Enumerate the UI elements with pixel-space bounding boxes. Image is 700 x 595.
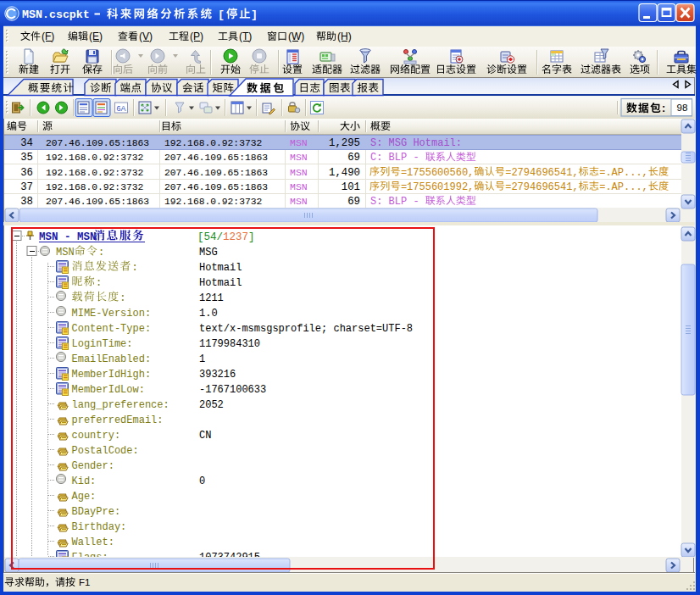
svg-text:1237: 1237 xyxy=(223,231,248,243)
svg-text:37: 37 xyxy=(20,181,33,193)
svg-text:1.0: 1.0 xyxy=(199,308,218,320)
svg-text:]: ] xyxy=(251,8,258,21)
svg-text:1179984310: 1179984310 xyxy=(199,338,260,350)
svg-text:69: 69 xyxy=(347,152,360,164)
svg-text:]: ] xyxy=(248,231,255,243)
svg-text:MSN: MSN xyxy=(290,181,308,192)
svg-text:192.168.0.92:3732: 192.168.0.92:3732 xyxy=(164,138,262,148)
svg-text:EmailEnabled:: EmailEnabled: xyxy=(72,353,152,365)
svg-text:text/x-msmsgsprofile; charset=: text/x-msmsgsprofile; charset=UTF-8 xyxy=(199,323,413,335)
svg-text:(W): (W) xyxy=(288,31,304,42)
svg-text:MemberIdLow:: MemberIdLow: xyxy=(72,384,145,396)
svg-text:1,295: 1,295 xyxy=(329,137,360,149)
svg-text:=2794696541,: =2794696541, xyxy=(505,167,578,179)
svg-text::: : xyxy=(132,262,138,274)
svg-text:69: 69 xyxy=(347,196,360,208)
svg-text:Content-Type:: Content-Type: xyxy=(72,323,152,335)
svg-text:207.46.109.65:1863: 207.46.109.65:1863 xyxy=(46,197,149,207)
svg-text:Hotmail: Hotmail xyxy=(199,277,242,289)
svg-text:6A: 6A xyxy=(117,104,126,113)
svg-text:MSN: MSN xyxy=(290,152,308,163)
svg-text:country:: country: xyxy=(72,430,121,442)
svg-text:Wallet:: Wallet: xyxy=(72,537,114,548)
svg-text:1,490: 1,490 xyxy=(329,167,360,179)
svg-text:preferredEmail:: preferredEmail: xyxy=(72,414,164,426)
svg-text:1: 1 xyxy=(199,353,205,365)
svg-text:MSN: MSN xyxy=(56,247,75,259)
svg-text:101: 101 xyxy=(342,181,360,193)
svg-text:BDayPre:: BDayPre: xyxy=(72,506,121,518)
svg-text:1211: 1211 xyxy=(199,292,224,304)
svg-text::: : xyxy=(119,292,125,304)
svg-text:207.46.109.65:1863: 207.46.109.65:1863 xyxy=(164,182,268,192)
svg-text:207.46.109.65:1863: 207.46.109.65:1863 xyxy=(164,168,268,178)
svg-text:=2794696541,: =2794696541, xyxy=(505,181,578,193)
svg-text:MIME-Version:: MIME-Version: xyxy=(72,308,152,320)
svg-text:35: 35 xyxy=(20,152,33,164)
svg-text:2052: 2052 xyxy=(199,399,224,411)
svg-text:F1: F1 xyxy=(79,577,90,587)
svg-text:38: 38 xyxy=(20,196,33,208)
svg-text:=.AP...,: =.AP..., xyxy=(599,181,648,193)
svg-text:MSN: MSN xyxy=(290,167,308,178)
svg-text:PostalCode:: PostalCode: xyxy=(72,445,139,457)
svg-text::: : xyxy=(662,103,665,114)
svg-text:192.168.0.92:3732: 192.168.0.92:3732 xyxy=(46,182,143,192)
svg-text:CN: CN xyxy=(199,430,211,442)
svg-text:Kid:: Kid: xyxy=(72,475,97,487)
svg-text:207.46.109.65:1863: 207.46.109.65:1863 xyxy=(46,138,149,148)
svg-text:393216: 393216 xyxy=(199,369,236,381)
svg-text:Birthday:: Birthday: xyxy=(72,521,127,533)
svg-text:[54/: [54/ xyxy=(197,231,223,243)
svg-text:192.168.0.92:3732: 192.168.0.92:3732 xyxy=(46,153,143,163)
svg-text:0: 0 xyxy=(199,475,205,487)
svg-text:LoginTime:: LoginTime: xyxy=(72,338,133,350)
svg-text:36: 36 xyxy=(20,167,33,179)
svg-text:=1755600560,: =1755600560, xyxy=(401,167,474,179)
svg-text:(P): (P) xyxy=(190,31,203,42)
svg-text:-1767100633: -1767100633 xyxy=(199,384,266,396)
svg-text:lang_preference:: lang_preference: xyxy=(72,399,169,411)
svg-text:34: 34 xyxy=(20,137,33,149)
svg-text:=1755601992,: =1755601992, xyxy=(401,181,474,193)
svg-text:=.AP...,: =.AP..., xyxy=(599,167,648,179)
svg-text:[: [ xyxy=(218,8,225,21)
svg-text:MSN.cscpkt: MSN.cscpkt xyxy=(22,8,90,21)
svg-text:S: BLP -: S: BLP - xyxy=(370,196,425,208)
svg-text:C: BLP -: C: BLP - xyxy=(370,152,425,164)
svg-text:Hotmail: Hotmail xyxy=(199,262,242,274)
svg-text:Gender:: Gender: xyxy=(72,460,114,472)
svg-text:MemberIdHigh:: MemberIdHigh: xyxy=(72,369,152,381)
svg-text:207.46.109.65:1863: 207.46.109.65:1863 xyxy=(164,153,268,163)
svg-text:(F): (F) xyxy=(42,31,54,42)
svg-text:Age:: Age: xyxy=(72,491,97,503)
svg-text::: : xyxy=(96,277,102,289)
svg-text:192.168.0.92:3732: 192.168.0.92:3732 xyxy=(46,168,143,178)
svg-text:S: MSG Hotmail:: S: MSG Hotmail: xyxy=(370,137,462,149)
svg-text:(H): (H) xyxy=(337,31,352,42)
svg-text::: : xyxy=(98,247,104,259)
svg-text:(E): (E) xyxy=(89,31,103,42)
svg-text:MSN: MSN xyxy=(290,196,308,207)
svg-text:MSN - MSN: MSN - MSN xyxy=(39,231,97,243)
svg-text:(T): (T) xyxy=(239,31,252,42)
svg-text:98: 98 xyxy=(677,103,688,113)
svg-text:(V): (V) xyxy=(139,31,153,42)
svg-text:MSG: MSG xyxy=(199,247,218,259)
svg-text:192.168.0.92:3732: 192.168.0.92:3732 xyxy=(164,197,262,207)
svg-text:MSN: MSN xyxy=(290,137,308,148)
